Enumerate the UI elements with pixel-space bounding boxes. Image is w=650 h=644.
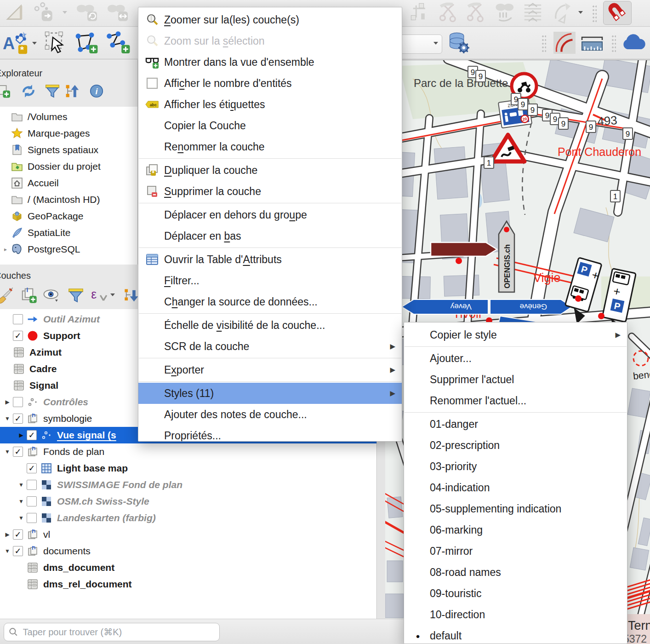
styles-submenu-item[interactable]: 02-prescription [404, 435, 627, 456]
filter-icon[interactable] [44, 83, 61, 99]
styles-submenu-item[interactable]: ●default [404, 625, 627, 644]
layer-checkbox[interactable]: ✓ [13, 414, 23, 424]
browser-item[interactable]: GeoPackage [0, 208, 137, 224]
context-menu-item[interactable]: Montrer dans la vue d'ensemble [138, 52, 402, 73]
expander-icon[interactable]: ▶ [2, 399, 13, 405]
dropdown-caret-icon[interactable] [63, 11, 67, 16]
cloud-icon[interactable] [621, 31, 647, 54]
context-menu-item[interactable]: *Dupliquer la couche [138, 160, 402, 181]
rotate-feature-icon[interactable] [74, 2, 99, 23]
context-menu-item[interactable]: Copier la Couche [138, 115, 402, 136]
move-points-icon[interactable] [32, 2, 58, 23]
layer-checkbox[interactable] [27, 480, 37, 490]
add-layer-icon[interactable] [0, 83, 13, 99]
split-features-icon[interactable] [438, 1, 460, 24]
styles-submenu-item[interactable]: 10-direction [404, 604, 627, 625]
measure-icon[interactable] [580, 35, 604, 52]
context-menu-item[interactable]: Renommer la couche [138, 136, 402, 157]
styles-submenu-item[interactable]: Supprimer l'actuel [404, 369, 627, 390]
dropdown-caret-icon[interactable] [110, 293, 115, 299]
styles-submenu-item[interactable]: 08-road names [404, 562, 627, 583]
search-input[interactable] [22, 627, 215, 638]
context-menu-item[interactable]: Zoomer sur la(les) couche(s) [138, 9, 402, 30]
offset-curve-icon[interactable] [552, 1, 575, 24]
browser-item[interactable]: SpatiaLite [0, 224, 137, 241]
browser-item[interactable]: ▸PostgreSQL [0, 241, 137, 258]
move-label-icon[interactable] [44, 30, 68, 56]
collapse-tree-icon[interactable] [64, 83, 81, 99]
split-parts-icon[interactable] [465, 1, 487, 24]
resize-feature-icon[interactable] [105, 2, 131, 23]
label-toolbar-icon[interactable]: A* [3, 30, 29, 56]
browser-item[interactable]: Accueil [0, 175, 137, 191]
browser-item[interactable]: / (Macintosh HD) [0, 191, 137, 208]
layer-row[interactable]: ▼Landeskarten (farbig) [0, 510, 376, 526]
snapping-magnet-icon[interactable] [603, 1, 632, 25]
map-themes-eye-icon[interactable] [42, 286, 62, 305]
browser-item[interactable]: Signets spatiaux [0, 142, 137, 158]
context-menu-item[interactable]: abcAfficher les étiquettes [138, 94, 402, 115]
layer-checkbox[interactable]: ✓ [13, 331, 23, 341]
layer-checkbox[interactable]: ✓ [13, 546, 23, 556]
info-icon[interactable]: i [88, 83, 105, 99]
add-line-icon[interactable] [105, 30, 131, 56]
styles-submenu-item[interactable]: Copier le style▶ [404, 324, 627, 345]
browser-item[interactable]: Marque-pages [0, 125, 137, 142]
db-manager-icon[interactable] [447, 31, 471, 55]
styles-submenu-item[interactable]: 01-danger [404, 414, 627, 435]
context-menu-item[interactable]: Déplacer en dehors du groupe [138, 204, 402, 225]
style-brush-icon[interactable] [0, 286, 14, 305]
styles-submenu-item[interactable]: 07-mirror [404, 540, 627, 562]
expander-icon[interactable]: ▼ [16, 482, 27, 488]
layer-checkbox[interactable] [13, 397, 23, 407]
expander-icon[interactable]: ▼ [16, 498, 27, 505]
browser-item[interactable]: Dossier du projet [0, 158, 137, 175]
dropdown-caret-icon[interactable] [578, 11, 583, 16]
refresh-icon[interactable] [20, 83, 37, 99]
browser-item[interactable]: /Volumes [0, 109, 137, 125]
styles-submenu-item[interactable]: 03-priority [404, 456, 627, 477]
layer-checkbox[interactable] [13, 314, 23, 324]
locator-search[interactable] [4, 623, 220, 641]
context-menu-item[interactable]: Afficher le nombre d'entités [138, 73, 402, 94]
expander-icon[interactable]: ▼ [2, 548, 13, 554]
layer-checkbox[interactable] [27, 513, 37, 523]
context-menu-item[interactable]: Exporter▶ [138, 359, 402, 380]
layer-checkbox[interactable] [27, 496, 37, 506]
context-menu-item[interactable]: Changer la source de données... [138, 291, 402, 312]
context-menu-item[interactable]: Styles (11)▶ [138, 383, 402, 404]
context-menu-item[interactable]: Filtrer... [138, 270, 402, 291]
reshape-features-icon[interactable] [520, 1, 545, 24]
layer-row[interactable]: ▼✓documents [0, 543, 376, 559]
context-menu-item[interactable]: Ajouter des notes de couche... [138, 404, 402, 425]
dropdown-caret-icon[interactable] [32, 42, 37, 47]
merge-features-icon[interactable] [493, 1, 518, 24]
context-menu-item[interactable]: Ouvrir la Table d'Attributs [138, 249, 402, 270]
expander-icon[interactable]: ▼ [16, 515, 27, 521]
expander-icon[interactable]: ▼ [2, 448, 13, 455]
vertex-tool-icon[interactable] [409, 1, 431, 24]
styles-submenu-item[interactable]: 04-indication [404, 477, 627, 498]
layer-row[interactable]: dms_rel_document [0, 576, 376, 592]
expander-icon[interactable]: ▼ [2, 415, 13, 422]
context-menu-item[interactable]: Propriétés... [138, 425, 402, 442]
context-menu-item[interactable]: Supprimer la couche [138, 181, 402, 202]
layer-checkbox[interactable]: ✓ [27, 430, 37, 440]
offset-arcs-icon[interactable] [553, 32, 576, 54]
context-menu-item[interactable]: Échelle de visibilité de la couche... [138, 315, 402, 336]
styles-submenu-item[interactable]: 09-touristic [404, 583, 627, 604]
layer-row[interactable]: ✓Light base map [0, 460, 376, 477]
context-menu-item[interactable]: SCR de la couche▶ [138, 336, 402, 357]
expression-filter-icon[interactable]: ε [90, 286, 108, 305]
styles-submenu-item[interactable]: Ajouter... [404, 348, 627, 369]
layer-row[interactable]: ▼OSM.ch Swiss-Style [0, 493, 376, 510]
context-menu-item[interactable]: Déplacer en bas [138, 225, 402, 247]
layer-checkbox[interactable]: ✓ [27, 463, 37, 473]
layer-checkbox[interactable]: ✓ [13, 447, 23, 457]
layer-row[interactable]: ▶✓vl [0, 526, 376, 543]
expander-icon[interactable]: ▶ [16, 432, 27, 438]
add-group-icon[interactable] [20, 286, 38, 305]
layer-row[interactable]: ▼SWISSIMAGE Fond de plan [0, 477, 376, 493]
layer-row[interactable]: dms_document [0, 559, 376, 576]
expander-icon[interactable]: ▸ [0, 246, 11, 253]
